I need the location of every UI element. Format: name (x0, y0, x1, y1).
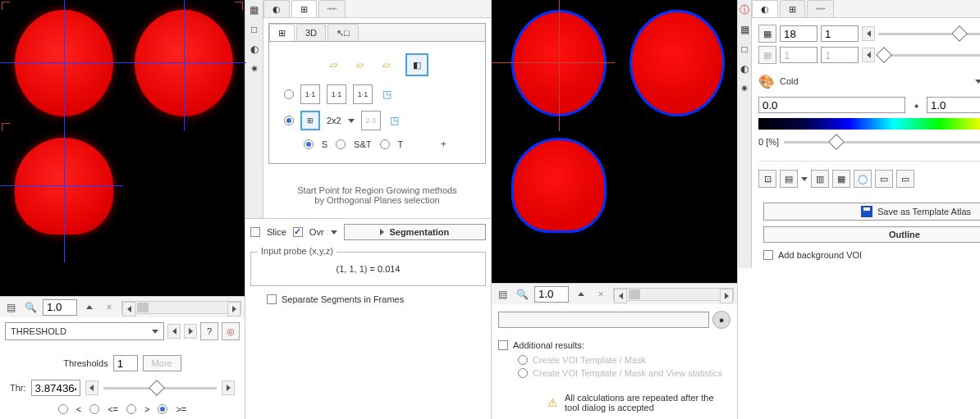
op-lt-radio[interactable] (58, 404, 68, 414)
disp-d-icon[interactable]: ▦ (832, 170, 850, 188)
tool-next-button[interactable] (184, 324, 197, 339)
right-viewer-toolbar: ▤ 🔍 × (492, 283, 737, 304)
tool-dropdown[interactable]: THRESHOLD (5, 322, 164, 340)
tab-3d[interactable]: 3D (296, 24, 326, 41)
dim-a-icon[interactable]: ▦ (758, 25, 776, 43)
contrast-icon[interactable]: ◐ (248, 43, 261, 56)
thr-slider[interactable] (103, 380, 217, 395)
tab-contrast-sel[interactable]: ◐ (752, 0, 778, 17)
link2-icon[interactable]: ◳ (387, 113, 402, 128)
play-icon (380, 229, 384, 235)
ovr-menu-icon[interactable] (331, 230, 337, 235)
palette-icon[interactable]: 🎨 (758, 74, 775, 89)
op-ge-radio[interactable] (158, 404, 167, 414)
tab-contrast[interactable]: ◐ (263, 0, 290, 17)
disp-f-icon[interactable]: ▭ (875, 170, 893, 188)
layout-grid-radio[interactable] (284, 116, 294, 125)
right-viewer[interactable] (492, 0, 737, 283)
dim-prev[interactable] (862, 26, 875, 41)
zoom-up-icon[interactable] (82, 300, 97, 315)
tab-layout2[interactable]: ⊞ (780, 0, 805, 17)
dim-slider[interactable] (878, 26, 980, 41)
contrast2-icon[interactable]: ◐ (738, 62, 751, 75)
zoom-up-r[interactable] (574, 287, 588, 302)
right-upper-tabs: ◐ ⊞ 〰 (752, 0, 980, 18)
op-le-radio[interactable] (89, 404, 99, 414)
layout-1a[interactable]: 1·1 (300, 84, 320, 104)
axis-z-icon[interactable]: ▱ (327, 57, 341, 72)
zoom-reset-icon[interactable]: × (102, 300, 117, 315)
status-icon[interactable]: ● (712, 311, 730, 329)
thr-next-button[interactable] (222, 380, 235, 395)
layout-dropdown-icon[interactable] (348, 119, 355, 123)
grid2-icon[interactable]: ▦ (738, 23, 751, 36)
zoom-out-icon[interactable]: 🔍 (23, 300, 38, 315)
dim-a-input[interactable] (780, 25, 817, 42)
grid-icon[interactable]: ▦ (248, 3, 261, 16)
segmentation-button[interactable]: Segmentation (344, 224, 486, 240)
target-icon[interactable]: ◎ (222, 322, 240, 340)
axis-x-icon[interactable]: ▱ (379, 57, 394, 72)
center-upper-tabs: ◐ ⊞ 〰 (263, 0, 491, 18)
zoom-input-r[interactable] (534, 286, 569, 303)
tool-prev-button[interactable] (167, 324, 181, 339)
disp-e-icon[interactable]: ◯ (854, 170, 872, 188)
layers-icon[interactable]: ▤ (3, 300, 18, 315)
left-viewer[interactable] (0, 0, 245, 296)
tab-waves2[interactable]: 〰 (807, 0, 834, 17)
tab-pointer[interactable]: ↖□ (327, 24, 359, 41)
slice-scrollbar[interactable] (121, 301, 241, 314)
add-bg-label: Add background VOI (778, 250, 862, 260)
layout-1b[interactable]: 1·1 (327, 84, 346, 104)
mode-t-radio[interactable] (380, 139, 390, 149)
zoom-input[interactable] (43, 299, 77, 316)
slice-scrollbar-r[interactable] (613, 288, 734, 301)
thr-prev-button[interactable] (85, 380, 98, 395)
range-link-icon[interactable]: ⬥ (909, 98, 923, 112)
op-gt-radio[interactable] (126, 404, 136, 414)
axis-y-icon[interactable]: ▱ (353, 57, 368, 72)
warning-text: All calculations are repeated after the … (565, 393, 730, 412)
disp-menu[interactable] (801, 177, 808, 181)
star-icon[interactable]: ✷ (248, 62, 261, 75)
thr-value-input[interactable] (31, 380, 80, 396)
ovr-checkbox[interactable] (293, 227, 303, 237)
additional-results-checkbox[interactable] (498, 340, 508, 350)
plus-icon[interactable]: + (436, 137, 451, 152)
add-bg-checkbox[interactable] (763, 250, 773, 260)
blank2-icon[interactable]: □ (738, 43, 751, 56)
link-icon[interactable]: ◳ (379, 87, 394, 102)
separate-checkbox[interactable] (267, 294, 277, 304)
layout-single-radio[interactable] (284, 89, 294, 99)
tab-grid-inner[interactable]: ⊞ (269, 24, 295, 41)
layout-1c[interactable]: 1·1 (353, 84, 373, 104)
thresholds-count-input[interactable] (113, 355, 138, 371)
status-input[interactable] (498, 312, 709, 328)
colormap-dropdown[interactable] (975, 80, 980, 84)
info-icon[interactable]: ⓘ (738, 3, 751, 16)
zoom-icon-r[interactable]: 🔍 (515, 287, 529, 302)
slice-checkbox[interactable] (250, 227, 260, 237)
cube-3d-icon[interactable]: ◧ (405, 53, 428, 76)
range-min-input[interactable] (758, 97, 905, 113)
save-template-button[interactable]: Save as Template Atlas (763, 203, 980, 221)
blank-icon[interactable]: □ (248, 23, 261, 36)
help-button[interactable]: ? (200, 322, 218, 340)
mode-st-radio[interactable] (336, 139, 346, 149)
layers-icon-r[interactable]: ▤ (495, 287, 510, 302)
tab-layout[interactable]: ⊞ (291, 0, 317, 17)
range-max-input[interactable] (927, 97, 980, 113)
zoom-reset-r[interactable]: × (593, 287, 608, 302)
disp-c-icon[interactable]: ▥ (811, 170, 829, 188)
more-button[interactable]: More (143, 355, 181, 371)
disp-g-icon[interactable]: ▭ (896, 170, 914, 188)
mode-s-radio[interactable] (304, 139, 314, 149)
outline-button[interactable]: Outline (763, 226, 980, 243)
pct-slider[interactable] (784, 134, 980, 149)
dim-b-input[interactable] (821, 25, 859, 42)
tab-waves[interactable]: 〰 (318, 0, 346, 17)
disp-a-icon[interactable]: ⊡ (758, 170, 776, 188)
disp-b-icon[interactable]: ▤ (780, 170, 798, 188)
layout-2x2-icon[interactable]: ⊞ (300, 111, 320, 130)
star2-icon[interactable]: ✷ (738, 82, 751, 95)
